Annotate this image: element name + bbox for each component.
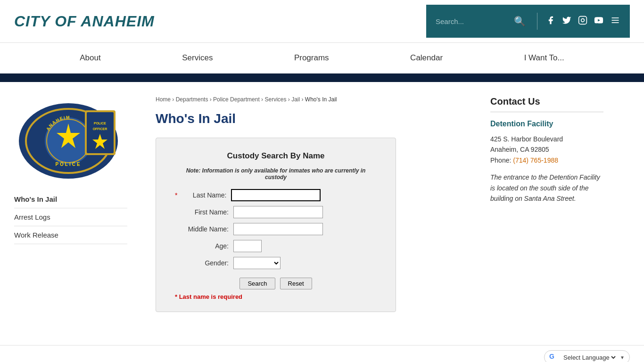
nav-services[interactable]: Services [163,43,231,73]
contact-subtitle: Detention Facility [490,120,603,128]
svg-rect-0 [579,16,587,24]
search-icon-btn[interactable]: 🔍 [511,16,528,27]
footer-bar: G Select Language Spanish Vietnamese Chi… [0,345,644,362]
page-title: Who's In Jail [156,111,467,126]
custody-search-form-card: Custody Search By Name Note: Information… [156,138,396,312]
nav-calendar[interactable]: Calendar [391,43,462,73]
age-input[interactable] [233,240,262,252]
contact-info: 425 S. Harbor Boulevard Anaheim, CA 9280… [490,134,603,165]
nav-about[interactable]: About [61,43,119,73]
breadcrumb-current: Who's In Jail [305,96,337,103]
form-note: Note: Information is only available for … [175,167,377,181]
breadcrumb: Home › Departments › Police Department ›… [156,96,467,103]
svg-text:POLICE: POLICE [55,162,81,167]
first-name-row: First Name: [175,206,377,218]
custody-search-form: * Last Name: First Name: Middle Name: Ag [175,189,377,289]
instagram-icon[interactable] [578,16,587,27]
site-title: CITY OF ANAHEIM [14,13,155,30]
main-content: Home › Departments › Police Department ›… [141,91,481,317]
svg-text:OFFICER: OFFICER [93,127,107,131]
facebook-icon[interactable] [546,16,555,27]
phone-link[interactable]: (714) 765-1988 [513,156,558,164]
contact-title: Contact Us [490,96,603,112]
form-title: Custody Search By Name [175,151,377,161]
language-selector[interactable]: G Select Language Spanish Vietnamese Chi… [544,350,630,362]
sidebar-item-whos-in-jail[interactable]: Who's In Jail [14,190,127,208]
sidebar-item-arrest-logs[interactable]: Arrest Logs [14,208,127,226]
middle-name-row: Middle Name: [175,223,377,235]
phone-label: Phone: [490,156,511,164]
right-panel: Contact Us Detention Facility 425 S. Har… [481,91,613,317]
breadcrumb-services[interactable]: Services [264,96,286,103]
contact-address-line1: 425 S. Harbor Boulevard [490,134,603,144]
gender-label: Gender: [182,259,233,267]
google-g-icon: G [549,353,559,362]
age-label: Age: [182,242,233,250]
main-container: ANAHEIM POLICE POLICE OFFICER Who's In J… [0,82,644,326]
last-name-input[interactable] [231,189,321,201]
search-bar: 🔍 [436,16,528,27]
menu-icon[interactable] [610,16,620,27]
form-actions: Search Reset [175,278,377,289]
search-input[interactable] [436,17,511,25]
nav-programs[interactable]: Programs [275,43,348,73]
gender-row: Gender: Male Female Unknown [175,257,377,269]
header-divider [537,13,537,30]
youtube-icon[interactable] [594,16,603,27]
chevron-down-icon: ▼ [620,355,625,360]
breadcrumb-jail[interactable]: Jail [291,96,300,103]
first-name-input[interactable] [233,206,323,218]
police-badge: ANAHEIM POLICE POLICE OFFICER [14,101,123,181]
middle-name-label: Middle Name: [182,225,233,233]
last-name-row: * Last Name: [175,189,377,201]
required-star: * [175,191,177,199]
middle-name-input[interactable] [233,223,323,235]
sidebar-item-work-release[interactable]: Work Release [14,226,127,244]
last-name-label: Last Name: [179,191,231,199]
breadcrumb-police-department[interactable]: Police Department [213,96,260,103]
social-icons [546,16,620,27]
contact-note: The entrance to the Detention Facility i… [490,172,603,204]
svg-text:POLICE: POLICE [94,122,106,125]
breadcrumb-departments[interactable]: Departments [176,96,208,103]
breadcrumb-home[interactable]: Home [156,96,171,103]
nav-iwantto[interactable]: I Want To... [505,43,583,73]
header-right: 🔍 [426,5,630,38]
age-row: Age: [175,240,377,252]
twitter-icon[interactable] [562,16,571,27]
sidebar-nav: Who's In Jail Arrest Logs Work Release [14,190,127,244]
contact-address-line2: Anaheim, CA 92805 [490,144,603,155]
dark-strip [0,74,644,82]
first-name-label: First Name: [182,208,233,216]
main-nav: About Services Programs Calendar I Want … [0,42,644,74]
error-message: * Last name is required [175,293,377,300]
svg-rect-14 [87,112,114,153]
search-button[interactable]: Search [239,278,275,289]
reset-button[interactable]: Reset [280,278,312,289]
contact-phone: Phone: (714) 765-1988 [490,155,603,165]
gender-select[interactable]: Male Female Unknown [233,257,281,269]
sidebar: ANAHEIM POLICE POLICE OFFICER Who's In J… [0,91,141,317]
language-select[interactable]: Select Language Spanish Vietnamese Chine… [561,354,617,362]
